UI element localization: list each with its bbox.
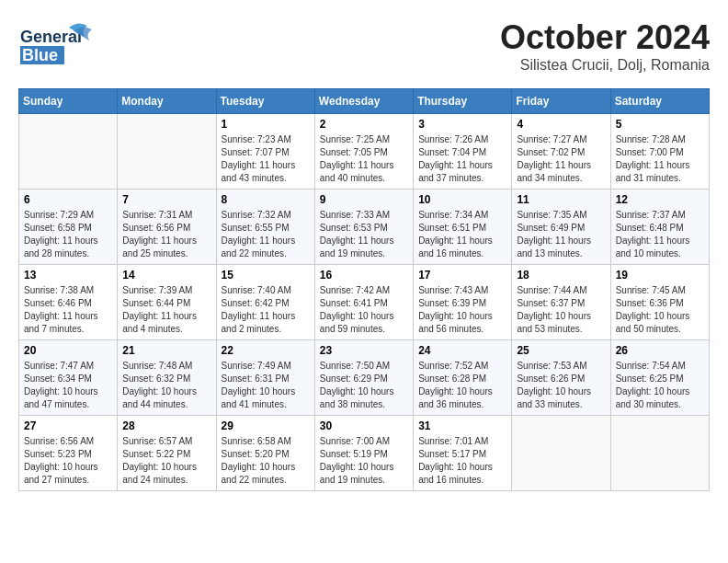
calendar-cell: 17Sunrise: 7:43 AMSunset: 6:39 PMDayligh… <box>414 265 512 340</box>
weekday-header-sunday: Sunday <box>19 89 118 114</box>
weekday-header-saturday: Saturday <box>610 89 709 114</box>
calendar-cell: 1Sunrise: 7:23 AMSunset: 7:07 PMDaylight… <box>216 114 314 190</box>
weekday-header-wednesday: Wednesday <box>314 89 413 114</box>
day-number: 27 <box>24 419 112 432</box>
calendar-cell: 10Sunrise: 7:34 AMSunset: 6:51 PMDayligh… <box>414 190 512 265</box>
week-row-4: 20Sunrise: 7:47 AMSunset: 6:34 PMDayligh… <box>19 340 710 416</box>
weekday-header-friday: Friday <box>512 89 610 114</box>
day-info: Sunrise: 7:48 AMSunset: 6:32 PMDaylight:… <box>122 360 210 411</box>
day-info: Sunrise: 7:32 AMSunset: 6:55 PMDaylight:… <box>222 209 310 260</box>
day-info: Sunrise: 7:47 AMSunset: 6:34 PMDaylight:… <box>24 360 112 411</box>
calendar-cell: 19Sunrise: 7:45 AMSunset: 6:36 PMDayligh… <box>610 265 709 340</box>
day-number: 12 <box>616 193 704 206</box>
day-info: Sunrise: 7:54 AMSunset: 6:25 PMDaylight:… <box>616 360 704 411</box>
weekday-header-thursday: Thursday <box>414 89 512 114</box>
calendar-cell: 9Sunrise: 7:33 AMSunset: 6:53 PMDaylight… <box>314 190 413 265</box>
day-number: 4 <box>517 118 605 131</box>
calendar-cell: 30Sunrise: 7:00 AMSunset: 5:19 PMDayligh… <box>314 416 413 491</box>
day-number: 15 <box>222 269 310 282</box>
month-title: October 2024 <box>500 18 710 57</box>
day-info: Sunrise: 7:00 AMSunset: 5:19 PMDaylight:… <box>320 435 408 487</box>
day-number: 19 <box>616 269 704 282</box>
day-info: Sunrise: 6:58 AMSunset: 5:20 PMDaylight:… <box>222 435 310 487</box>
day-info: Sunrise: 6:56 AMSunset: 5:23 PMDaylight:… <box>24 435 112 487</box>
calendar-cell: 29Sunrise: 6:58 AMSunset: 5:20 PMDayligh… <box>216 416 314 491</box>
day-number: 18 <box>517 269 605 282</box>
day-number: 9 <box>320 193 408 206</box>
week-row-3: 13Sunrise: 7:38 AMSunset: 6:46 PMDayligh… <box>19 265 710 340</box>
day-info: Sunrise: 7:40 AMSunset: 6:42 PMDaylight:… <box>222 284 310 336</box>
day-info: Sunrise: 7:29 AMSunset: 6:58 PMDaylight:… <box>24 209 112 260</box>
day-info: Sunrise: 7:39 AMSunset: 6:44 PMDaylight:… <box>122 284 210 336</box>
day-info: Sunrise: 7:52 AMSunset: 6:28 PMDaylight:… <box>418 360 506 411</box>
day-info: Sunrise: 7:42 AMSunset: 6:41 PMDaylight:… <box>320 284 408 336</box>
day-info: Sunrise: 7:34 AMSunset: 6:51 PMDaylight:… <box>418 209 506 260</box>
day-number: 17 <box>418 269 506 282</box>
day-number: 6 <box>24 193 112 206</box>
day-number: 24 <box>418 344 506 357</box>
logo-svg: General Blue <box>18 18 101 69</box>
calendar-cell <box>118 114 216 190</box>
day-info: Sunrise: 7:33 AMSunset: 6:53 PMDaylight:… <box>320 209 408 260</box>
calendar-cell: 7Sunrise: 7:31 AMSunset: 6:56 PMDaylight… <box>118 190 216 265</box>
day-info: Sunrise: 6:57 AMSunset: 5:22 PMDaylight:… <box>122 435 210 487</box>
day-number: 29 <box>222 419 310 432</box>
page-header: General Blue October 2024 Silistea Cruci… <box>18 18 710 74</box>
calendar-cell: 13Sunrise: 7:38 AMSunset: 6:46 PMDayligh… <box>19 265 118 340</box>
day-number: 26 <box>616 344 704 357</box>
weekday-header-monday: Monday <box>118 89 216 114</box>
day-number: 23 <box>320 344 408 357</box>
calendar-cell: 12Sunrise: 7:37 AMSunset: 6:48 PMDayligh… <box>610 190 709 265</box>
day-number: 5 <box>616 118 704 131</box>
day-number: 14 <box>122 269 210 282</box>
day-info: Sunrise: 7:49 AMSunset: 6:31 PMDaylight:… <box>222 360 310 411</box>
day-number: 2 <box>320 118 408 131</box>
day-number: 20 <box>24 344 112 357</box>
day-info: Sunrise: 7:26 AMSunset: 7:04 PMDaylight:… <box>418 133 506 185</box>
day-number: 3 <box>418 118 506 131</box>
calendar-cell <box>610 416 709 491</box>
day-number: 7 <box>122 193 210 206</box>
day-info: Sunrise: 7:25 AMSunset: 7:05 PMDaylight:… <box>320 133 408 185</box>
week-row-2: 6Sunrise: 7:29 AMSunset: 6:58 PMDaylight… <box>19 190 710 265</box>
title-block: October 2024 Silistea Crucii, Dolj, Roma… <box>500 18 710 74</box>
calendar-cell: 14Sunrise: 7:39 AMSunset: 6:44 PMDayligh… <box>118 265 216 340</box>
day-info: Sunrise: 7:28 AMSunset: 7:00 PMDaylight:… <box>616 133 704 185</box>
calendar-cell <box>19 114 118 190</box>
day-number: 31 <box>418 419 506 432</box>
week-row-1: 1Sunrise: 7:23 AMSunset: 7:07 PMDaylight… <box>19 114 710 190</box>
calendar-cell: 27Sunrise: 6:56 AMSunset: 5:23 PMDayligh… <box>19 416 118 491</box>
weekday-header-row: SundayMondayTuesdayWednesdayThursdayFrid… <box>19 89 710 114</box>
svg-text:General: General <box>20 28 82 46</box>
day-number: 21 <box>122 344 210 357</box>
day-info: Sunrise: 7:50 AMSunset: 6:29 PMDaylight:… <box>320 360 408 411</box>
day-info: Sunrise: 7:31 AMSunset: 6:56 PMDaylight:… <box>122 209 210 260</box>
calendar-cell: 23Sunrise: 7:50 AMSunset: 6:29 PMDayligh… <box>314 340 413 416</box>
calendar-cell: 18Sunrise: 7:44 AMSunset: 6:37 PMDayligh… <box>512 265 610 340</box>
location: Silistea Crucii, Dolj, Romania <box>500 57 710 74</box>
calendar-cell: 25Sunrise: 7:53 AMSunset: 6:26 PMDayligh… <box>512 340 610 416</box>
day-info: Sunrise: 7:01 AMSunset: 5:17 PMDaylight:… <box>418 435 506 487</box>
day-number: 30 <box>320 419 408 432</box>
day-info: Sunrise: 7:53 AMSunset: 6:26 PMDaylight:… <box>517 360 605 411</box>
day-number: 8 <box>222 193 310 206</box>
day-info: Sunrise: 7:27 AMSunset: 7:02 PMDaylight:… <box>517 133 605 185</box>
day-number: 28 <box>122 419 210 432</box>
weekday-header-tuesday: Tuesday <box>216 89 314 114</box>
day-info: Sunrise: 7:37 AMSunset: 6:48 PMDaylight:… <box>616 209 704 260</box>
calendar-cell: 31Sunrise: 7:01 AMSunset: 5:17 PMDayligh… <box>414 416 512 491</box>
calendar-cell: 11Sunrise: 7:35 AMSunset: 6:49 PMDayligh… <box>512 190 610 265</box>
calendar-cell: 4Sunrise: 7:27 AMSunset: 7:02 PMDaylight… <box>512 114 610 190</box>
day-number: 11 <box>517 193 605 206</box>
svg-text:Blue: Blue <box>22 46 58 64</box>
week-row-5: 27Sunrise: 6:56 AMSunset: 5:23 PMDayligh… <box>19 416 710 491</box>
day-info: Sunrise: 7:23 AMSunset: 7:07 PMDaylight:… <box>222 133 310 185</box>
calendar-cell: 28Sunrise: 6:57 AMSunset: 5:22 PMDayligh… <box>118 416 216 491</box>
calendar-cell: 21Sunrise: 7:48 AMSunset: 6:32 PMDayligh… <box>118 340 216 416</box>
calendar-cell: 15Sunrise: 7:40 AMSunset: 6:42 PMDayligh… <box>216 265 314 340</box>
calendar-cell: 5Sunrise: 7:28 AMSunset: 7:00 PMDaylight… <box>610 114 709 190</box>
day-info: Sunrise: 7:38 AMSunset: 6:46 PMDaylight:… <box>24 284 112 336</box>
calendar-cell: 3Sunrise: 7:26 AMSunset: 7:04 PMDaylight… <box>414 114 512 190</box>
calendar-cell: 16Sunrise: 7:42 AMSunset: 6:41 PMDayligh… <box>314 265 413 340</box>
calendar-cell: 24Sunrise: 7:52 AMSunset: 6:28 PMDayligh… <box>414 340 512 416</box>
